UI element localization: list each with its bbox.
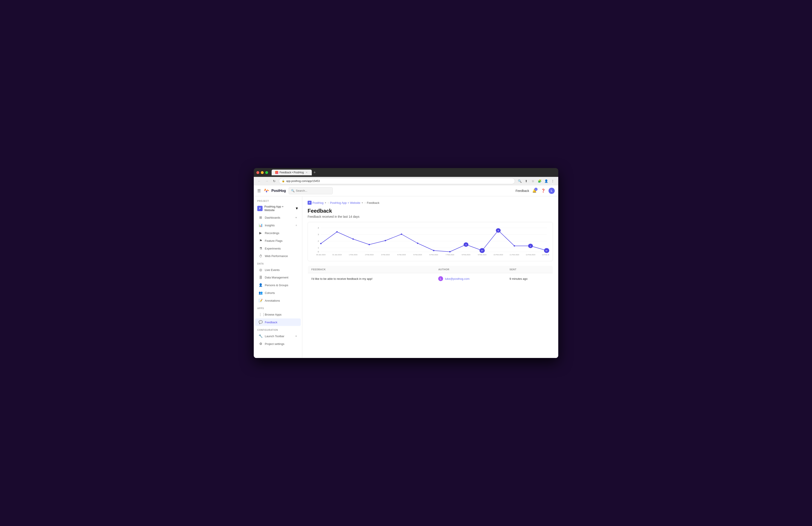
insights-plus-icon: + xyxy=(295,224,297,227)
sidebar-item-annotations[interactable]: 📝 Annotations xyxy=(255,297,301,304)
svg-point-27 xyxy=(514,245,515,247)
sidebar-item-label: Feedback xyxy=(265,321,297,324)
search-input[interactable] xyxy=(296,189,330,192)
insights-icon: 📊 xyxy=(259,223,263,227)
sidebar-item-browse-apps[interactable]: ⋮⋮ Browse Apps xyxy=(255,311,301,318)
user-avatar[interactable]: L xyxy=(549,188,555,194)
project-selector[interactable]: P PostHog App + Website ▼ xyxy=(254,203,302,214)
header-right: Feedback 🔔 0 ❓ L xyxy=(516,187,555,194)
breadcrumb-sep-1: › xyxy=(328,201,329,204)
sidebar-item-web-performance[interactable]: ⏱ Web Performance xyxy=(255,252,301,260)
svg-text:3: 3 xyxy=(318,233,319,236)
breadcrumb-sep-2: › xyxy=(365,201,366,204)
feature-flags-icon: ⚑ xyxy=(259,239,263,243)
reload-button[interactable]: ↻ xyxy=(271,178,277,184)
sidebar-item-project-settings[interactable]: ⚙ Project settings xyxy=(255,340,301,347)
close-button[interactable] xyxy=(257,171,259,174)
help-button[interactable]: ❓ xyxy=(540,187,547,194)
sidebar-item-live-events[interactable]: ◎ Live Events xyxy=(255,266,301,274)
svg-text:5-Feb-2023: 5-Feb-2023 xyxy=(413,254,422,256)
svg-text:1: 1 xyxy=(530,245,531,247)
svg-point-20 xyxy=(449,251,451,252)
active-tab[interactable]: Feedback • PostHog ✕ xyxy=(272,170,312,175)
hamburger-button[interactable]: ☰ xyxy=(257,188,261,193)
table-header-row: FEEDBACK AUTHOR SENT xyxy=(308,266,553,273)
address-bar[interactable]: 🔒 app.posthog.com/app/15453 xyxy=(279,178,515,184)
sidebar-item-insights[interactable]: 📊 Insights + xyxy=(255,222,301,229)
browser-toolbar: ← → ↻ 🔒 app.posthog.com/app/15453 🔍 ⬆ ☆ … xyxy=(254,177,558,185)
project-section-label: PROJECT xyxy=(254,199,302,203)
main-layout: PROJECT P PostHog App + Website ▼ ⊞ Dash… xyxy=(254,196,558,358)
sidebar-item-label: Persons & Groups xyxy=(265,284,297,287)
svg-text:2-Feb-2023: 2-Feb-2023 xyxy=(365,254,374,256)
titlebar: Feedback • PostHog ✕ + xyxy=(254,168,558,177)
sidebar-item-label: Recordings xyxy=(265,231,297,235)
search-toolbar-button[interactable]: 🔍 xyxy=(517,178,522,184)
svg-point-15 xyxy=(368,244,370,245)
project-avatar: P xyxy=(257,206,263,211)
sidebar-item-persons-groups[interactable]: 👤 Persons & Groups xyxy=(255,281,301,289)
tab-favicon xyxy=(275,171,278,174)
sidebar-item-experiments[interactable]: ⚗ Experiments xyxy=(255,245,301,252)
svg-text:4-Feb-2023: 4-Feb-2023 xyxy=(397,254,406,256)
maximize-button[interactable] xyxy=(265,171,268,174)
svg-text:13-Feb-2023: 13-Feb-2023 xyxy=(542,254,549,256)
sidebar-item-label: Live Events xyxy=(265,268,297,272)
menu-button[interactable]: ⋮ xyxy=(550,178,555,184)
page-title: Feedback xyxy=(308,208,553,214)
toolbar-actions: 🔍 ⬆ ☆ 🧩 👤 ⋮ xyxy=(517,178,555,184)
project-name: PostHog App + Website xyxy=(264,205,293,212)
share-button[interactable]: ⬆ xyxy=(523,178,529,184)
svg-text:12-Feb-2023: 12-Feb-2023 xyxy=(526,254,535,256)
bookmark-button[interactable]: ☆ xyxy=(530,178,536,184)
sidebar-item-label: Launch Toolbar xyxy=(265,335,293,338)
breadcrumb: P PostHog ▼ › PostHog App + Website ▼ › … xyxy=(308,201,553,205)
tab-bar: Feedback • PostHog ✕ + xyxy=(272,170,555,175)
sidebar-item-data-management[interactable]: 🗄 Data Management xyxy=(255,274,301,281)
sidebar-item-cohorts[interactable]: 👥 Cohorts xyxy=(255,289,301,297)
chart-svg: 4 3 2 1 0 xyxy=(311,226,549,257)
author-email-link[interactable]: luke@posthog.com xyxy=(445,277,469,281)
logo: PostHog xyxy=(263,188,286,194)
svg-text:0+: 0+ xyxy=(546,250,548,252)
minimize-button[interactable] xyxy=(261,171,264,174)
svg-text:1-Feb-2023: 1-Feb-2023 xyxy=(349,254,358,256)
svg-text:10-Feb-2023: 10-Feb-2023 xyxy=(494,254,503,256)
back-button[interactable]: ← xyxy=(257,178,262,184)
svg-text:9-Feb-2023: 9-Feb-2023 xyxy=(478,254,487,256)
forward-button[interactable]: → xyxy=(264,178,270,184)
sent-cell: 9 minutes ago xyxy=(506,273,553,284)
app-header: ☰ PostHog 🔍 Feedback 🔔 0 ❓ xyxy=(254,185,558,196)
breadcrumb-avatar: P xyxy=(308,201,311,205)
svg-text:4: 4 xyxy=(466,244,467,246)
breadcrumb-chevron-icon: ▼ xyxy=(324,202,327,204)
notification-badge: 0 xyxy=(534,188,537,191)
svg-point-1 xyxy=(266,191,267,192)
notifications-button[interactable]: 🔔 0 xyxy=(531,187,538,194)
author-avatar: L xyxy=(438,276,443,281)
extensions-button[interactable]: 🧩 xyxy=(537,178,542,184)
svg-point-12 xyxy=(320,243,321,244)
profile-button[interactable]: 👤 xyxy=(543,178,549,184)
tab-close-button[interactable]: ✕ xyxy=(305,171,308,174)
sidebar-item-recordings[interactable]: ▶ Recordings xyxy=(255,229,301,237)
sidebar-item-label: Insights xyxy=(265,224,293,227)
header-page-label: Feedback xyxy=(516,189,529,193)
sidebar-item-label: Project settings xyxy=(265,342,297,345)
svg-point-18 xyxy=(417,243,418,244)
breadcrumb-project[interactable]: PostHog App + Website ▼ xyxy=(330,201,363,204)
apps-section-label: APPS xyxy=(254,304,302,311)
breadcrumb-posthog[interactable]: P PostHog ▼ xyxy=(308,201,327,205)
search-bar[interactable]: 🔍 xyxy=(289,187,333,194)
column-header-feedback: FEEDBACK xyxy=(308,266,435,273)
data-management-icon: 🗄 xyxy=(259,275,263,279)
svg-text:2: 2 xyxy=(318,240,319,242)
new-tab-button[interactable]: + xyxy=(314,170,316,174)
sidebar-item-dashboards[interactable]: ⊞ Dashboards ▼ xyxy=(255,214,301,221)
sidebar-item-feedback[interactable]: 💬 Feedback xyxy=(255,318,301,326)
sidebar-item-feature-flags[interactable]: ⚑ Feature Flags xyxy=(255,237,301,244)
sidebar-item-label: Experiments xyxy=(265,247,297,250)
project-settings-icon: ⚙ xyxy=(259,342,263,346)
sidebar-item-launch-toolbar[interactable]: 🔧 Launch Toolbar ▼ xyxy=(255,332,301,340)
svg-point-19 xyxy=(433,250,434,251)
